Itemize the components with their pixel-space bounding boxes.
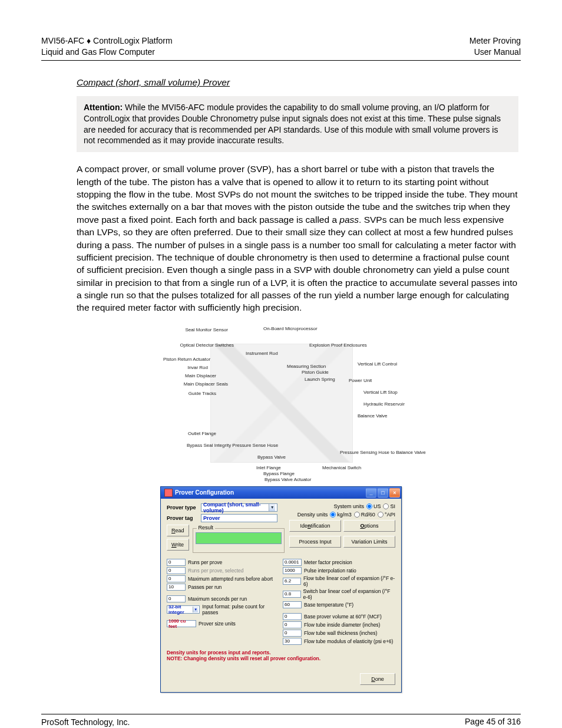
- flow-tube-linear-coef-input[interactable]: 6.2: [283, 578, 301, 585]
- result-legend: Result: [197, 525, 216, 531]
- switch-bar-linear-coef-input[interactable]: 0.8: [283, 591, 301, 598]
- diagram-label: Invar Rod: [163, 365, 208, 370]
- diagram-label: On-Board Microprocessor: [263, 326, 318, 331]
- system-units-us[interactable]: US: [366, 503, 381, 509]
- diagram-label: Seal Monitor Sensor: [163, 327, 228, 332]
- body-paragraph: A compact prover, or small volume prover…: [77, 163, 518, 314]
- diagram-label: Outlet Flange: [163, 431, 216, 436]
- page-header: MVI56-AFC ♦ ControlLogix Platform Liquid…: [41, 35, 521, 61]
- pulse-interpolation-ratio-input[interactable]: 1000: [283, 567, 302, 574]
- params-left: 0Runs per prove 0Runs per prove, selecte…: [167, 559, 279, 646]
- diagram-label: Bypass Seal Integrity Pressure Sense Hos…: [187, 443, 252, 448]
- diagram-label: Main Displacer Seals: [163, 381, 228, 387]
- write-button[interactable]: Write: [167, 539, 189, 551]
- density-kgm3[interactable]: kg/m3: [330, 512, 352, 518]
- diagram-label: Bypass Valve: [257, 454, 286, 460]
- density-rd60[interactable]: Rd/60: [354, 512, 375, 518]
- hdr-product: MVI56-AFC: [41, 36, 84, 45]
- prover-tag-input[interactable]: Prover: [201, 514, 277, 522]
- dialog-title: Prover Configuration: [175, 489, 234, 496]
- attention-text: While the MVI56-AFC module provides the …: [84, 103, 501, 146]
- process-input-tab[interactable]: Process Input: [289, 536, 341, 548]
- footer-page: Page 45 of 316: [465, 717, 521, 728]
- flow-tube-modulus-input[interactable]: 30: [283, 638, 302, 645]
- prover-diagram: Seal Monitor Sensor On-Board Microproces…: [163, 326, 399, 479]
- diagram-label: Measuring Section: [287, 364, 326, 369]
- diagram-label: Balance Valve: [358, 413, 388, 419]
- params-right: 0.0001Meter factor precision 1000Pulse i…: [283, 559, 395, 646]
- base-prover-volume-input[interactable]: 0: [283, 613, 302, 620]
- minimize-button[interactable]: _: [366, 488, 376, 498]
- read-button[interactable]: Read: [167, 525, 189, 536]
- options-tab[interactable]: Options: [343, 520, 395, 532]
- max-seconds-per-run-input[interactable]: 0: [167, 595, 186, 602]
- diagram-label: Vertical Lift Control: [358, 361, 397, 367]
- diagram-label: Piston Guide: [302, 370, 329, 375]
- flow-tube-inside-diameter-input[interactable]: 0: [283, 621, 302, 628]
- prover-size-units: 1000 cu feet: [167, 620, 196, 627]
- body-part-1b: . SVPs can be much less expensive than L…: [77, 215, 517, 313]
- prover-tag-label: Prover tag: [167, 515, 201, 521]
- density-units-label: Density units: [297, 512, 328, 518]
- diagram-label: Vertical Lift Stop: [363, 390, 398, 395]
- diagram-label: Power Unit: [349, 378, 372, 383]
- variation-limits-tab[interactable]: Variation Limits: [343, 536, 395, 548]
- prover-type-label: Prover type: [167, 505, 201, 510]
- diagram-label: Mechanical Switch: [322, 465, 361, 470]
- flow-tube-wall-thickness-input[interactable]: 0: [283, 630, 302, 637]
- system-units-si[interactable]: SI: [383, 503, 395, 509]
- prover-configuration-dialog: Prover Configuration _ □ × Prover type C…: [160, 486, 402, 693]
- footer-company: ProSoft Technology, Inc.: [41, 717, 130, 727]
- base-temperature-input[interactable]: 60: [283, 601, 302, 608]
- diagram-label: Instrument Rod: [246, 351, 278, 356]
- diagram-label: Optical Detector Switches: [163, 342, 234, 348]
- hdr-subtitle: Liquid and Gas Flow Computer: [41, 47, 155, 57]
- diagram-label: Guide Tracks: [163, 391, 216, 396]
- hdr-section: Meter Proving: [470, 36, 521, 45]
- page-footer: ProSoft Technology, Inc. February 25, 20…: [41, 714, 521, 728]
- result-box: [196, 532, 282, 544]
- attention-box: Attention: While the MVI56-AFC module pr…: [77, 96, 518, 153]
- runs-per-prove-input[interactable]: 0: [167, 559, 186, 566]
- app-icon: [164, 489, 173, 497]
- section-title: Compact (short, small volume) Prover: [77, 77, 521, 88]
- density-note: Density units for process input and repo…: [167, 650, 395, 661]
- diagram-label: Pressure Sensing Hose to Balance Valve: [340, 450, 393, 455]
- runs-per-prove-selected-input[interactable]: 0: [167, 567, 186, 574]
- diagram-label: Explosion Proof Enclosures: [309, 342, 367, 348]
- identification-tab[interactable]: Identification: [289, 520, 341, 532]
- attention-label: Attention:: [84, 103, 123, 112]
- diagram-label: Inlet Flange: [256, 465, 281, 470]
- diagram-label: Main Displacer: [163, 373, 216, 378]
- prover-type-combo[interactable]: Compact (short, small-volume)▼: [201, 503, 277, 512]
- done-button[interactable]: Done: [360, 673, 395, 685]
- diagram-label: Bypass Valve Actuator: [265, 477, 311, 482]
- meter-factor-precision-input[interactable]: 0.0001: [283, 559, 302, 566]
- diagram-label: Bypass Flange: [263, 471, 295, 476]
- diagram-label: Launch Spring: [305, 377, 335, 382]
- body-italic-pass: pass: [339, 215, 359, 225]
- diagram-label: Hydraulic Reservoir: [363, 401, 405, 407]
- maximize-button[interactable]: □: [378, 488, 388, 498]
- diagram-label: Piston Return Actuator: [163, 357, 208, 362]
- hdr-platform: ControlLogix Platform: [93, 36, 173, 45]
- hdr-doc-type: User Manual: [474, 47, 521, 57]
- density-api[interactable]: °API: [378, 512, 395, 518]
- close-button[interactable]: ×: [389, 488, 400, 498]
- dialog-titlebar: Prover Configuration _ □ ×: [161, 487, 401, 499]
- pulse-count-format-combo[interactable]: 32-bit integer▼: [167, 605, 200, 614]
- system-units-label: System units: [333, 503, 364, 509]
- max-runs-before-abort-input[interactable]: 0: [167, 575, 186, 582]
- passes-per-run-input[interactable]: 10: [167, 584, 186, 591]
